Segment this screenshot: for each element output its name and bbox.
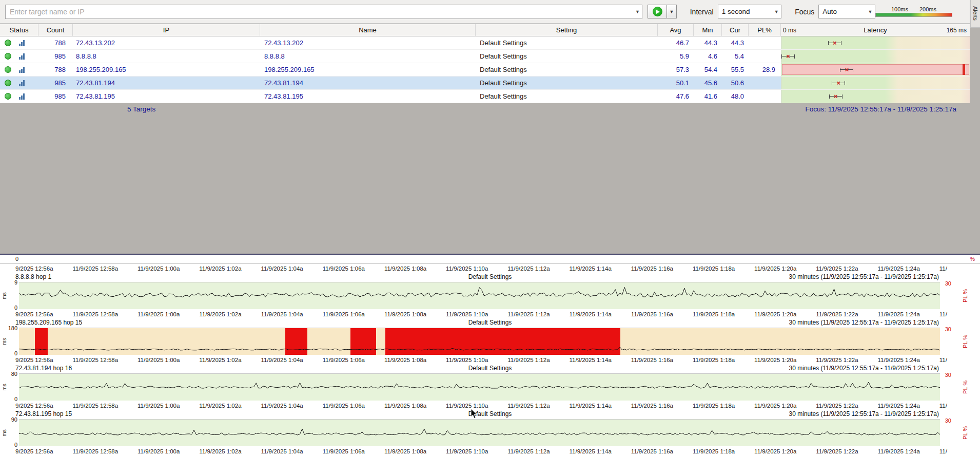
min-cell: 41.6 — [694, 90, 722, 103]
header-status[interactable]: Status — [0, 24, 38, 36]
axis-tick-label: 11/9/2025 1:22a — [816, 448, 858, 454]
axis-tick-label: 11/9/2025 1:16a — [631, 311, 673, 317]
graph-plot-area[interactable] — [19, 373, 940, 401]
axis-tick-label: 11/9/2025 1:22a — [816, 311, 858, 317]
target-input-combo[interactable]: ▼ — [5, 5, 642, 19]
graph-plot-row: 180 ms 0 30 PL % — [0, 327, 980, 355]
interval-value: 1 second — [718, 8, 772, 15]
graph-title: 198.255.209.165 hop 15 — [15, 319, 82, 326]
axis-tick-label: 11/9/2025 1:00a — [138, 311, 180, 317]
ip-cell: 72.43.81.194 — [73, 77, 260, 89]
axis-tick-label: 11/9/2025 1:18a — [693, 265, 735, 272]
alerts-tab[interactable]: Alerts — [970, 0, 980, 28]
graph-setting-label: Default Settings — [468, 319, 512, 326]
status-cell — [0, 90, 38, 103]
focus-select[interactable]: Auto ▼ — [818, 5, 875, 18]
target-rows: 788 72.43.13.202 72.43.13.202 Default Se… — [0, 36, 970, 103]
axis-tick-label: 11/9/2025 1:18a — [693, 357, 735, 363]
interval-select[interactable]: 1 second ▼ — [718, 5, 781, 18]
graph-plot-area[interactable] — [19, 419, 940, 446]
axis-tick-label: 11/9/2025 1:20a — [754, 265, 796, 272]
axis-tick-label: 11/9/2025 1:06a — [323, 357, 365, 363]
axis-tick-label: 11/9/2025 1:08a — [384, 311, 426, 317]
table-footer: 5 Targets Focus: 11/9/2025 12:55:17a - 1… — [0, 103, 970, 117]
pl-axis-unit-label: PL % — [962, 335, 968, 348]
table-row[interactable]: 985 8.8.8.8 8.8.8.8 Default Settings 5.9… — [0, 50, 970, 63]
timeline-graph[interactable]: 72.43.81.194 hop 16 Default Settings 30 … — [0, 364, 980, 401]
start-trace-button[interactable] — [648, 5, 667, 18]
header-name[interactable]: Name — [260, 24, 476, 36]
graph-setting-label: Default Settings — [468, 365, 512, 372]
y-axis-max-label: 90 — [0, 416, 17, 423]
pl-axis-max-label: 30 — [945, 372, 951, 378]
latency-marker: × — [829, 93, 842, 100]
axis-tick-label: 11/9/2025 1:12a — [507, 265, 550, 272]
collapsed-graph-strip[interactable]: 0 % — [0, 255, 980, 264]
min-cell: 45.6 — [694, 77, 722, 89]
target-combo-arrow-icon[interactable]: ▼ — [633, 5, 642, 18]
axis-tick-label: 11/9/2025 1:04a — [261, 265, 303, 272]
header-cur[interactable]: Cur — [722, 24, 749, 36]
timeline-graph[interactable]: 198.255.209.165 hop 15 Default Settings … — [0, 318, 980, 355]
header-latency[interactable]: 0 ms Latency 165 ms — [781, 24, 970, 36]
graph-plot-area[interactable] — [19, 328, 940, 355]
graph-plot-row: 9 ms 0 30 PL % — [0, 281, 980, 310]
axis-tick-label: 11/9/2025 1:16a — [631, 357, 673, 363]
graph-plot-row: 80 ms 0 30 PL % — [0, 373, 980, 401]
axis-tick-label: 11/9/2025 1:18a — [693, 403, 735, 409]
latency-color-scale — [875, 13, 952, 17]
axis-tick-label: 11/9/2025 1:08a — [384, 448, 426, 454]
axis-tick-label: 11/9/2025 1:24a — [878, 403, 920, 409]
name-cell: 8.8.8.8 — [260, 50, 476, 63]
y-axis-unit-label: ms — [2, 429, 7, 436]
header-avg[interactable]: Avg — [658, 24, 694, 36]
axis-tick-label: 11/9/2025 1:02a — [199, 357, 241, 363]
axis-tick-label: 11/9/2025 1:22a — [816, 403, 858, 409]
graph-toggle-icon[interactable] — [19, 80, 25, 86]
timeline-graph[interactable]: 8.8.8.8 hop 1 Default Settings 30 minute… — [0, 273, 980, 310]
latency-marker: × — [781, 53, 795, 60]
axis-tick-label: 11/ — [939, 448, 947, 454]
axis-tick-label: 11/9/2025 1:12a — [507, 357, 550, 363]
y-axis-max-label: 9 — [0, 279, 17, 286]
status-cell — [0, 63, 38, 76]
status-cell — [0, 36, 38, 49]
header-ip[interactable]: IP — [73, 24, 260, 36]
header-setting[interactable]: Setting — [476, 24, 658, 36]
focus-arrow-icon: ▼ — [866, 9, 875, 14]
latency-cell: × — [781, 63, 970, 76]
setting-cell: Default Settings — [476, 36, 658, 49]
graph-plot-area[interactable] — [19, 282, 940, 309]
ip-cell: 8.8.8.8 — [73, 50, 260, 63]
target-input[interactable] — [6, 5, 633, 18]
latency-marker: × — [832, 80, 845, 86]
graph-header: 72.43.81.195 hop 15 Default Settings 30 … — [0, 410, 980, 419]
graph-toggle-icon[interactable] — [19, 40, 25, 46]
axis-tick-label: 11/9/2025 1:08a — [384, 403, 426, 409]
graph-setting-label: Default Settings — [468, 410, 512, 417]
graph-toggle-icon[interactable] — [19, 93, 25, 100]
packet-loss-cell — [749, 77, 781, 89]
pl-axis-unit-label: PL % — [962, 289, 968, 302]
header-count[interactable]: Count — [38, 24, 73, 36]
axis-tick-label: 11/ — [939, 403, 947, 409]
header-min[interactable]: Min — [694, 24, 722, 36]
graph-toggle-icon[interactable] — [19, 67, 25, 73]
focus-range-label: Focus: 11/9/2025 12:55:17a - 11/9/2025 1… — [806, 105, 956, 113]
status-ok-icon — [5, 40, 11, 46]
axis-tick-label: 9/2025 12:56a — [15, 448, 53, 454]
table-row[interactable]: 985 72.43.81.195 72.43.81.195 Default Se… — [0, 90, 970, 103]
table-row[interactable]: 788 198.255.209.165 198.255.209.165 Defa… — [0, 63, 970, 77]
table-row[interactable]: 985 72.43.81.194 72.43.81.194 Default Se… — [0, 77, 970, 90]
graph-toggle-icon[interactable] — [19, 53, 25, 60]
timeline-graphs-panel: 0 % 9/2025 12:56a11/9/2025 12:58a11/9/20… — [0, 254, 980, 456]
axis-tick-label: 11/9/2025 1:06a — [323, 448, 365, 454]
axis-tick-label: 11/9/2025 1:14a — [570, 265, 612, 272]
header-pl[interactable]: PL% — [749, 24, 781, 36]
table-row[interactable]: 788 72.43.13.202 72.43.13.202 Default Se… — [0, 36, 970, 50]
start-trace-dropdown-button[interactable]: ▼ — [667, 5, 677, 18]
setting-cell: Default Settings — [476, 63, 658, 76]
axis-tick-label: 11/9/2025 1:06a — [323, 265, 365, 272]
axis-tick-label: 11/9/2025 1:10a — [446, 311, 488, 317]
timeline-graph[interactable]: 72.43.81.195 hop 15 Default Settings 30 … — [0, 410, 980, 447]
